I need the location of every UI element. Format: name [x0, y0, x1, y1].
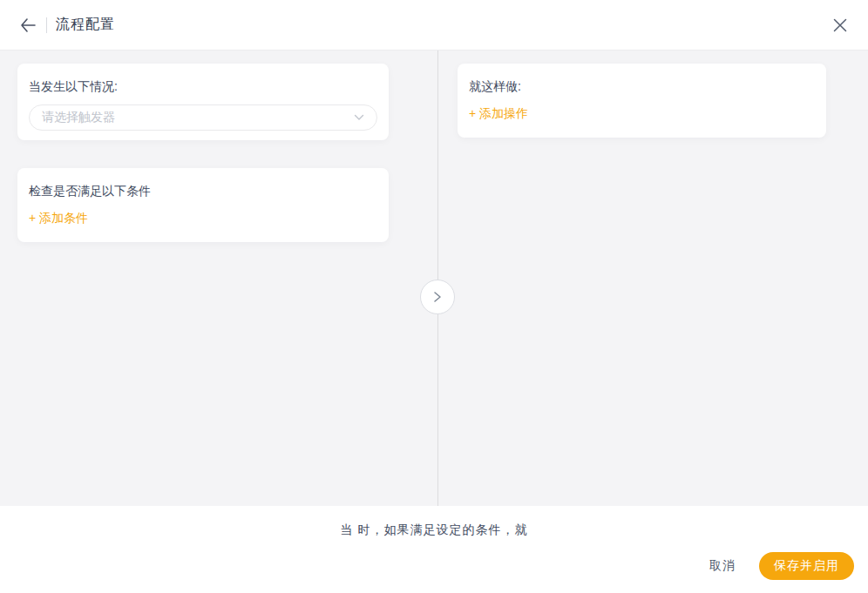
- footer: 当 时，如果满足设定的条件，就 取消 保存并启用: [0, 506, 868, 593]
- action-card: 就这样做: + 添加操作: [458, 64, 826, 138]
- trigger-card: 当发生以下情况: 请选择触发器: [17, 64, 389, 140]
- action-card-label: 就这样做:: [469, 80, 815, 92]
- flow-summary-text: 当 时，如果满足设定的条件，就: [0, 506, 868, 538]
- flow-config-dialog: 流程配置 当发生以下情况: 请选择触发器 检查是否满足以: [0, 0, 868, 593]
- page-title: 流程配置: [56, 16, 115, 34]
- header: 流程配置: [0, 0, 868, 51]
- chevron-down-icon: [354, 114, 364, 121]
- condition-card-label: 检查是否满足以下条件: [29, 185, 377, 197]
- chevron-right-icon: [432, 291, 443, 303]
- arrow-left-icon: [20, 18, 36, 32]
- footer-actions: 取消 保存并启用: [709, 552, 854, 580]
- back-button[interactable]: [17, 15, 38, 36]
- flow-canvas: 当发生以下情况: 请选择触发器 检查是否满足以下条件 + 添加条件 就这样做: …: [0, 51, 868, 506]
- flow-connector-button[interactable]: [420, 280, 455, 314]
- close-button[interactable]: [830, 15, 851, 36]
- close-icon: [833, 18, 847, 32]
- trigger-select[interactable]: 请选择触发器: [29, 104, 377, 131]
- condition-card: 检查是否满足以下条件 + 添加条件: [17, 168, 389, 242]
- trigger-card-label: 当发生以下情况:: [29, 80, 377, 92]
- header-divider: [46, 17, 47, 33]
- add-action-link[interactable]: + 添加操作: [469, 106, 528, 122]
- cancel-button[interactable]: 取消: [709, 558, 736, 574]
- flow-divider-line: [437, 51, 438, 506]
- trigger-select-placeholder: 请选择触发器: [42, 110, 115, 125]
- add-condition-link[interactable]: + 添加条件: [29, 211, 88, 226]
- save-enable-button[interactable]: 保存并启用: [759, 552, 854, 580]
